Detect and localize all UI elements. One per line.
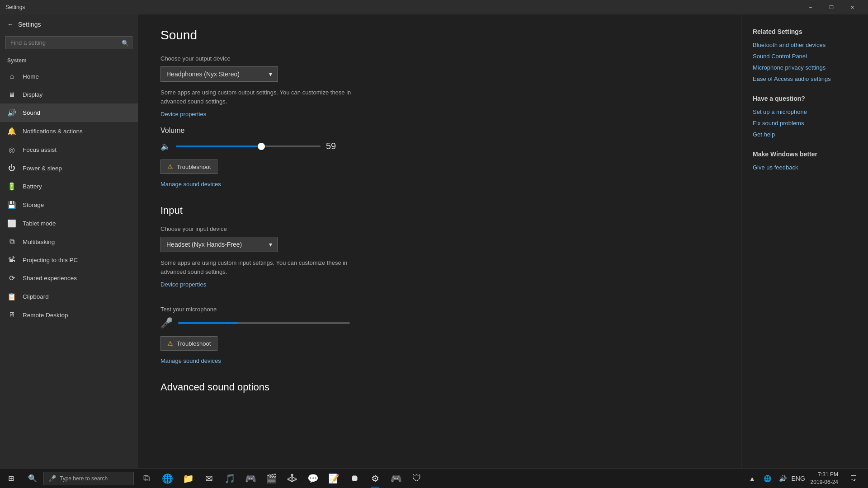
taskbar-sticky[interactable]: 📝 <box>324 469 344 488</box>
tray-expand[interactable]: ▲ <box>745 469 759 488</box>
sidebar-item-power[interactable]: ⏻ Power & sleep <box>0 159 138 177</box>
clock-time: 7:31 PM <box>811 471 838 479</box>
taskbar-settings[interactable]: ⚙ <box>365 469 385 488</box>
tray-clock[interactable]: 7:31 PM 2019-06-24 <box>807 471 842 486</box>
input-device-dropdown[interactable]: Headset (Nyx Hands-Free) ▾ <box>160 237 278 252</box>
app-body: ← Settings 🔍 System ⌂ Home 🖥 Display 🔊 S… <box>0 14 868 468</box>
question-link-fix-sound[interactable]: Fix sound problems <box>753 120 857 127</box>
microphone-icon: 🎤 <box>160 317 173 329</box>
notification-center-button[interactable]: 🗨 <box>844 469 863 488</box>
input-section-title: Input <box>160 205 719 216</box>
tray-volume[interactable]: 🔊 <box>776 469 790 488</box>
taskbar-steam[interactable]: 🕹 <box>282 469 302 488</box>
battery-icon: 🔋 <box>7 182 16 191</box>
search-bar[interactable]: 🎤 Type here to search <box>43 472 134 485</box>
taskbar-steam2[interactable]: 🎮 <box>386 469 406 488</box>
volume-label: Volume <box>160 127 719 135</box>
related-link-ease-access[interactable]: Ease of Access audio settings <box>753 75 857 82</box>
sidebar-item-remote[interactable]: 🖥 Remote Desktop <box>0 306 138 324</box>
sidebar-item-home[interactable]: ⌂ Home <box>0 67 138 85</box>
shared-icon: ⟳ <box>7 274 16 282</box>
volume-thumb[interactable] <box>258 143 265 150</box>
sidebar-item-label: Clipboard <box>23 293 49 300</box>
output-info-text: Some apps are using custom output settin… <box>160 88 359 106</box>
taskbar-mail[interactable]: ✉ <box>199 469 219 488</box>
output-device-label: Choose your output device <box>160 55 719 62</box>
display-icon: 🖥 <box>7 90 16 99</box>
titlebar-title: Settings <box>5 4 800 10</box>
output-device-properties-link[interactable]: Device properties <box>160 111 206 117</box>
page-title: Sound <box>160 28 719 42</box>
taskbar-taskview[interactable]: ⧉ <box>137 469 156 488</box>
search-mic-icon: 🎤 <box>48 475 56 482</box>
taskbar-chrome[interactable]: 🌐 <box>157 469 177 488</box>
input-info-text: Some apps are using custom input setting… <box>160 258 359 276</box>
sidebar-item-projecting[interactable]: 📽 Projecting to this PC <box>0 251 138 269</box>
titlebar-controls: − ❐ ✕ <box>800 0 863 14</box>
search-input[interactable] <box>5 36 132 49</box>
taskbar-witcher[interactable]: 🎮 <box>241 469 260 488</box>
taskbar-apps: ⧉ 🌐 📁 ✉ 🎵 🎮 🎬 🕹 💬 📝 ⏺ ⚙ 🎮 🛡 <box>134 469 741 488</box>
question-link-get-help[interactable]: Get help <box>753 131 857 138</box>
volume-row: 🔈 59 <box>160 141 719 151</box>
feedback-title: Make Windows better <box>753 150 857 158</box>
feedback-link[interactable]: Give us feedback <box>753 164 857 171</box>
minimize-button[interactable]: − <box>800 0 821 14</box>
input-device-value: Headset (Nyx Hands-Free) <box>166 241 242 248</box>
power-icon: ⏻ <box>7 164 16 172</box>
input-manage-devices-link[interactable]: Manage sound devices <box>160 357 221 364</box>
sidebar-item-label: Projecting to this PC <box>23 257 78 263</box>
related-link-bluetooth[interactable]: Bluetooth and other devices <box>753 42 857 48</box>
output-troubleshoot-button[interactable]: ⚠ Troubleshoot <box>160 160 217 174</box>
dropdown-arrow-icon: ▾ <box>269 70 272 78</box>
notifications-icon: 🔔 <box>7 127 16 136</box>
taskbar: ⊞ 🔍 🎤 Type here to search ⧉ 🌐 📁 ✉ 🎵 🎮 🎬 … <box>0 468 868 488</box>
related-settings-title: Related Settings <box>753 28 857 35</box>
sidebar-item-shared[interactable]: ⟳ Shared experiences <box>0 269 138 287</box>
dropdown-arrow-icon: ▾ <box>269 241 272 248</box>
sidebar-item-focus[interactable]: ◎ Focus assist <box>0 141 138 159</box>
sidebar-item-sound[interactable]: 🔊 Sound <box>0 103 138 122</box>
sidebar-item-battery[interactable]: 🔋 Battery <box>0 177 138 196</box>
taskbar-netflix[interactable]: 🎬 <box>261 469 281 488</box>
tray-network[interactable]: 🌐 <box>761 469 774 488</box>
warning-icon: ⚠ <box>167 340 173 347</box>
sidebar-item-display[interactable]: 🖥 Display <box>0 85 138 103</box>
troubleshoot-label: Troubleshoot <box>177 340 211 347</box>
main-content: Sound Choose your output device Headphon… <box>138 14 741 468</box>
input-troubleshoot-button[interactable]: ⚠ Troubleshoot <box>160 336 217 351</box>
taskbar-shield[interactable]: 🛡 <box>407 469 427 488</box>
taskbar-explorer[interactable]: 📁 <box>178 469 198 488</box>
maximize-button[interactable]: ❐ <box>821 0 842 14</box>
clipboard-icon: 📋 <box>7 292 16 301</box>
sidebar-item-storage[interactable]: 💾 Storage <box>0 196 138 214</box>
tray-lang[interactable]: ENG <box>792 469 805 488</box>
taskbar-discord[interactable]: 💬 <box>303 469 323 488</box>
volume-value: 59 <box>326 141 342 151</box>
sidebar-item-multitasking[interactable]: ⧉ Multitasking <box>0 233 138 251</box>
back-button[interactable]: ← Settings <box>0 14 138 34</box>
sidebar-item-label: Storage <box>23 202 44 208</box>
sidebar-item-clipboard[interactable]: 📋 Clipboard <box>0 287 138 306</box>
remote-icon: 🖥 <box>7 311 16 319</box>
projecting-icon: 📽 <box>7 256 16 264</box>
sidebar-item-tablet[interactable]: ⬜ Tablet mode <box>0 214 138 233</box>
sidebar-item-notifications[interactable]: 🔔 Notifications & actions <box>0 122 138 141</box>
volume-slider[interactable] <box>176 145 321 147</box>
start-button[interactable]: ⊞ <box>0 469 22 488</box>
search-icon: 🔍 <box>122 39 129 46</box>
titlebar: Settings − ❐ ✕ <box>0 0 868 14</box>
output-device-dropdown[interactable]: Headphones (Nyx Stereo) ▾ <box>160 66 278 82</box>
related-link-microphone-privacy[interactable]: Microphone privacy settings <box>753 64 857 71</box>
search-container: 🔍 <box>5 36 132 49</box>
mic-test-row: 🎤 <box>160 317 719 329</box>
cortana-button[interactable]: 🔍 <box>22 469 43 488</box>
taskbar-obs[interactable]: ⏺ <box>344 469 364 488</box>
taskbar-spotify[interactable]: 🎵 <box>220 469 240 488</box>
output-manage-devices-link[interactable]: Manage sound devices <box>160 181 221 188</box>
input-device-properties-link[interactable]: Device properties <box>160 281 206 288</box>
question-link-setup-mic[interactable]: Set up a microphone <box>753 108 857 115</box>
related-link-sound-control[interactable]: Sound Control Panel <box>753 53 857 60</box>
close-button[interactable]: ✕ <box>842 0 863 14</box>
warning-icon: ⚠ <box>167 163 173 170</box>
